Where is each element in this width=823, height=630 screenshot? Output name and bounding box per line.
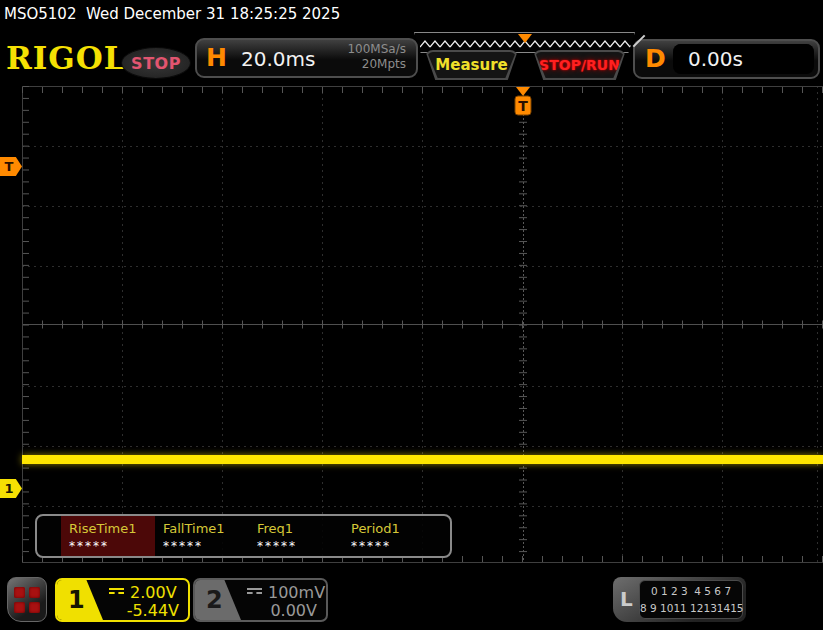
channel1-block[interactable]: 1 2.00V -5.44V [55, 578, 190, 622]
menu-grid-icon [29, 602, 40, 613]
oscilloscope-screen: MSO5102 Wed December 31 18:25:25 2025 RI… [0, 0, 823, 630]
channel2-tab: 2 [195, 580, 241, 620]
logic-row-1: 0 1 2 3 4 5 6 7 [640, 583, 742, 599]
channel1-scale: 2.00V [130, 583, 177, 602]
logic-row-2: 8 9 1011 12131415 [640, 600, 742, 616]
channel1-offset: -5.44V [127, 601, 179, 620]
channel1-trace [22, 455, 823, 464]
titlebar: MSO5102 Wed December 31 18:25:25 2025 [4, 5, 340, 23]
channel1-offset-marker[interactable]: 1 [0, 479, 22, 498]
sample-rate: 100MSa/s [347, 42, 406, 57]
measure-button-label: Measure [435, 56, 507, 74]
run-state-badge[interactable]: STOP [121, 47, 191, 79]
logic-channels-block[interactable]: L 0 1 2 3 4 5 6 7 8 9 1011 12131415 [613, 577, 746, 622]
measurement-label: Freq1 [257, 521, 343, 536]
trigger-level-label: T [5, 159, 14, 174]
memory-depth: 20Mpts [347, 57, 406, 72]
measure-button[interactable]: Measure [425, 50, 518, 80]
timebase-value: 20.0ms [241, 47, 315, 71]
datetime: Wed December 31 18:25:25 2025 [86, 5, 340, 23]
menu-grid-icon [14, 587, 25, 598]
stop-run-button-label: STOP/RUN [539, 57, 620, 73]
delay-value: 0.00s [673, 44, 814, 74]
dc-coupling-icon [247, 588, 262, 598]
trigger-level-marker[interactable]: T [0, 157, 22, 176]
menu-grid-icon [14, 602, 25, 613]
measurement-label: FallTime1 [163, 521, 249, 536]
measurement-value: ***** [351, 539, 437, 553]
logic-channel-list: 0 1 2 3 4 5 6 7 8 9 1011 12131415 [639, 580, 743, 619]
acquisition-info: 100MSa/s 20Mpts [347, 42, 406, 72]
rigol-logo: RIGOL [6, 40, 127, 76]
measurement-label: RiseTime1 [69, 521, 155, 536]
menu-grid-icon [29, 587, 40, 598]
model-name: MSO5102 [4, 5, 76, 23]
measurement-value: ***** [69, 539, 155, 553]
measurement-falltime[interactable]: FallTime1 ***** [155, 516, 249, 556]
preview-trigger-marker-icon [518, 34, 532, 43]
stop-run-button[interactable]: STOP/RUN [533, 50, 626, 80]
channel1-tab: 1 [57, 580, 103, 620]
logic-tab: L [620, 587, 633, 611]
measurement-freq[interactable]: Freq1 ***** [249, 516, 343, 556]
delay-icon: D [645, 44, 666, 73]
horizontal-icon: H [206, 43, 227, 72]
run-state-label: STOP [131, 54, 181, 73]
channel2-block[interactable]: 2 100mV 0.00V [193, 578, 328, 622]
measurement-value: ***** [257, 539, 343, 553]
measurement-value: ***** [163, 539, 249, 553]
trigger-position-label: T [518, 98, 528, 114]
channel2-offset: 0.00V [270, 601, 317, 620]
channel2-scale: 100mV [268, 583, 325, 602]
horizontal-settings-block[interactable]: H 20.0ms 100MSa/s 20Mpts [195, 38, 418, 78]
measurement-panel: RiseTime1 ***** FallTime1 ***** Freq1 **… [35, 514, 452, 558]
graticule: T [22, 86, 823, 563]
dc-coupling-icon [109, 588, 124, 598]
channel1-marker-label: 1 [4, 481, 13, 496]
measurement-period[interactable]: Period1 ***** [343, 516, 437, 556]
menu-button[interactable] [7, 577, 47, 622]
measurement-risetime[interactable]: RiseTime1 ***** [61, 516, 155, 556]
delay-settings-block[interactable]: D 0.00s [633, 39, 820, 79]
measurement-label: Period1 [351, 521, 437, 536]
